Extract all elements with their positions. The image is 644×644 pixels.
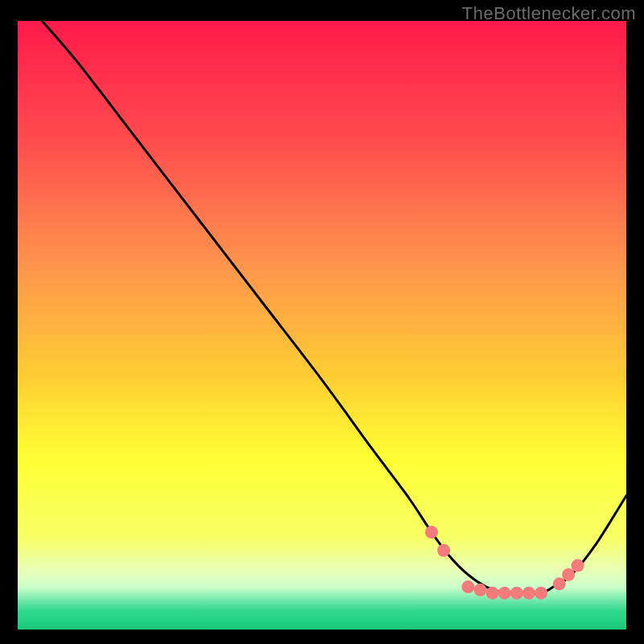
highlight-dot [553,577,566,590]
highlight-dot [535,587,547,600]
highlight-dot [562,568,575,581]
highlight-dot [425,526,438,539]
highlight-dot [498,587,511,600]
highlight-dot [437,544,450,557]
chart-background [18,21,626,630]
highlight-dot [486,587,499,600]
chart-svg [18,21,626,630]
chart-plot-area [18,21,626,630]
highlight-dot [461,580,474,593]
highlight-dot [572,559,584,572]
highlight-dot [510,587,523,600]
chart-stage: TheBottlenecker.com [0,0,644,644]
highlight-dot [474,584,487,597]
highlight-dot [522,587,535,600]
